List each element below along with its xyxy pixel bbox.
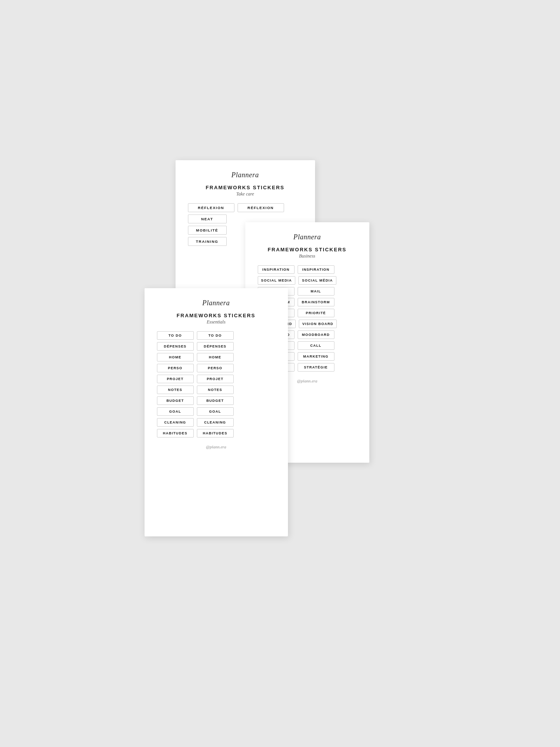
sticker-mail-2: MAIL — [298, 287, 334, 296]
sticker-budget-1: BUDGET — [157, 396, 194, 405]
sticker-reflexion-1: RÉFLEXION — [188, 203, 234, 212]
sticker-depenses-1: DÉPENSES — [157, 342, 194, 351]
stickers-essentials: TO DO TO DO DÉPENSES DÉPENSES HOME HOME … — [157, 331, 276, 437]
title-takecare: FRAMEWORKS STICKERS — [188, 185, 303, 190]
sticker-row: PROJET PROJET — [157, 375, 276, 383]
sticker-row: TO DO TO DO — [157, 331, 276, 340]
title-business: FRAMEWORKS STICKERS — [258, 247, 357, 252]
sticker-row: HOME HOME — [157, 353, 276, 361]
sticker-depenses-2: DÉPENSES — [197, 342, 234, 351]
sticker-marketing-2: MARKETING — [298, 352, 334, 361]
sticker-mobilite: MOBILITÉ — [188, 226, 227, 235]
sticker-goal-1: GOAL — [157, 407, 194, 416]
sticker-socialmedia-1: SOCIAL MEDIA — [258, 276, 296, 285]
sticker-todo-2: TO DO — [197, 331, 234, 340]
sticker-row: INSPIRATION INSPIRATION — [258, 265, 357, 274]
sticker-cleaning-2: CLEANING — [197, 418, 234, 427]
sticker-budget-2: BUDGET — [197, 396, 234, 405]
sticker-row: BUDGET BUDGET — [157, 396, 276, 405]
sticker-notes-2: NOTES — [197, 386, 234, 394]
sticker-row: RÉFLEXION RÉFLEXION — [188, 203, 303, 212]
sticker-training: TRAINING — [188, 237, 227, 246]
sticker-row: HABITUDES HABITUDES — [157, 429, 276, 437]
sticker-perso-1: PERSO — [157, 364, 194, 372]
sticker-todo-1: TO DO — [157, 331, 194, 340]
sticker-inspiration-1: INSPIRATION — [258, 265, 295, 274]
logo-takecare: Plannera — [188, 171, 303, 179]
sticker-goal-2: GOAL — [197, 407, 234, 416]
sticker-perso-2: PERSO — [197, 364, 234, 372]
sticker-row: NOTES NOTES — [157, 386, 276, 394]
logo-business: Plannera — [258, 233, 357, 241]
sticker-home-2: HOME — [197, 353, 234, 361]
subtitle-essentials: Essentials — [157, 319, 276, 325]
footer-essentials: @plann.era — [157, 444, 276, 449]
sticker-notes-1: NOTES — [157, 386, 194, 394]
sticker-brainstorm-2: BRAINSTORM — [298, 298, 334, 306]
sticker-call-2: CALL — [298, 341, 334, 350]
sticker-cleaning-1: CLEANING — [157, 418, 194, 427]
logo-essentials: Plannera — [157, 299, 276, 307]
sticker-home-1: HOME — [157, 353, 194, 361]
card-essentials: Plannera FRAMEWORKS STICKERS Essentials … — [145, 288, 288, 536]
sticker-inspiration-2: INSPIRATION — [298, 265, 334, 274]
title-essentials: FRAMEWORKS STICKERS — [157, 313, 276, 318]
cards-scene: Plannera FRAMEWORKS STICKERS Take care R… — [145, 160, 416, 587]
sticker-row: SOCIAL MEDIA SOCIAL MÉDIA — [258, 276, 357, 285]
sticker-neat: NEAT — [188, 214, 227, 223]
sticker-strategie-2: STRATÉGIE — [298, 363, 334, 372]
subtitle-business: Business — [258, 253, 357, 259]
sticker-socialmedia-2: SOCIAL MÉDIA — [298, 276, 336, 285]
sticker-row: CLEANING CLEANING — [157, 418, 276, 427]
sticker-habitudes-1: HABITUDES — [157, 429, 194, 437]
sticker-visionboard-2: VISION BOARD — [299, 320, 337, 328]
sticker-habitudes-2: HABITUDES — [197, 429, 234, 437]
subtitle-takecare: Take care — [188, 191, 303, 197]
sticker-row: DÉPENSES DÉPENSES — [157, 342, 276, 351]
sticker-row: GOAL GOAL — [157, 407, 276, 416]
sticker-projet-1: PROJET — [157, 375, 194, 383]
sticker-priorite-2: PRIORITÉ — [298, 309, 334, 317]
sticker-moodboard-2: MOODBOARD — [298, 330, 334, 339]
sticker-row: PERSO PERSO — [157, 364, 276, 372]
sticker-reflexion-2: RÉFLEXION — [238, 203, 284, 212]
sticker-projet-2: PROJET — [197, 375, 234, 383]
